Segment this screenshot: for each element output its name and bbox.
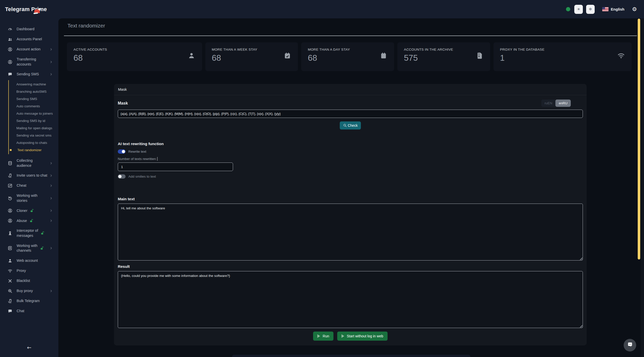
submenu-item-text-randomizer[interactable]: Text randomizer	[9, 146, 58, 154]
hand-phone-icon	[8, 173, 13, 178]
sidebar-item-label: Chat	[17, 309, 24, 314]
chevron-right-icon	[49, 48, 53, 51]
search-plus-icon	[8, 288, 13, 294]
submenu-item-auto-message-to-joiners[interactable]: Auto message to joiners	[9, 110, 58, 117]
sidebar-item-label: Cloner	[17, 208, 27, 213]
sidebar-item-blacklist[interactable]: Blacklist	[0, 276, 58, 286]
stat-value: 68	[73, 53, 196, 63]
hand-phone-icon	[8, 299, 13, 304]
stat-card: ACTIVE ACCOUNTS68	[67, 42, 202, 71]
wifi-icon	[617, 52, 625, 60]
sun-icon: ☀	[577, 7, 580, 12]
chevron-right-icon	[49, 219, 53, 222]
lock-open-icon	[29, 219, 34, 223]
result-textarea[interactable]: {Hello, could you provide me with some i…	[118, 271, 583, 328]
brand-logo[interactable]: Telegram Prime	[5, 0, 47, 18]
run-button[interactable]: Run	[313, 332, 333, 341]
main-text-textarea[interactable]: Hi, tell me about the software	[118, 204, 583, 261]
user-circle-icon	[8, 47, 13, 52]
settings-button[interactable]: ⚙	[632, 6, 637, 12]
user-circle-icon	[8, 59, 13, 64]
stat-value: 68	[308, 53, 388, 63]
scrollbar-thumb[interactable]	[638, 19, 640, 259]
rewrite-text-toggle[interactable]	[118, 149, 126, 154]
chat-support-button[interactable]	[624, 339, 636, 351]
submenu-item-autoposting-to-chats[interactable]: Autoposting to chats	[9, 139, 58, 146]
stat-value: 575	[404, 53, 484, 63]
sidebar-item-accounts-panel[interactable]: Accounts Panel	[0, 34, 58, 44]
archive-file-icon	[476, 52, 484, 60]
play-icon	[342, 334, 344, 338]
winter-theme-button[interactable]: ❄	[586, 5, 595, 14]
person-icon	[187, 52, 196, 60]
sidebar-item-transferring-accounts[interactable]: Transferring accounts	[0, 54, 58, 69]
sidebar-item-dashboard[interactable]: Dashboard	[0, 24, 58, 34]
sidebar-item-working-with-stories[interactable]: Working with stories	[0, 191, 58, 206]
sidebar-item-account-action[interactable]: Account action	[0, 44, 58, 54]
submenu-item-answering-machine[interactable]: Answering machine	[9, 81, 58, 88]
add-smilies-toggle[interactable]	[118, 174, 126, 179]
light-theme-button[interactable]: ☀	[574, 5, 583, 14]
page-title: Text randomizer	[67, 23, 105, 29]
sidebar-nav: DashboardAccounts PanelAccount actionTra…	[0, 24, 58, 316]
chevron-right-icon	[49, 246, 53, 250]
sidebar-item-abuse[interactable]: Abuse	[0, 216, 58, 226]
sidebar-item-invite-users-to-chat[interactable]: Invite users to chat	[0, 171, 58, 181]
sidebar-item-proxy[interactable]: Proxy	[0, 266, 58, 276]
sidebar-item-interceptor-of-messages[interactable]: Interceptor of messages	[0, 226, 58, 241]
mask-input[interactable]	[118, 110, 583, 118]
sidebar-item-label: Abuse	[17, 218, 27, 223]
sidebar-item-cheat[interactable]: Cheat	[0, 181, 58, 191]
stat-label: MORE THAN A DAY STAY	[308, 48, 388, 51]
chat-icon	[8, 309, 13, 314]
header-divider	[64, 36, 637, 36]
count-input[interactable]	[118, 163, 233, 171]
brand-name: Telegram Prime	[5, 6, 47, 13]
submenu-item-branching-autosms[interactable]: Branching autoSMS	[9, 88, 58, 95]
mask-lang-option-enRU[interactable]: enRU	[555, 100, 571, 107]
chevron-right-icon	[49, 60, 53, 64]
language-selector[interactable]: English	[602, 7, 624, 11]
chevron-right-icon	[49, 161, 53, 165]
mask-lang-option-ruEN[interactable]: ruEN	[541, 100, 556, 107]
sidebar-item-collecting-audience[interactable]: Collecting audience	[0, 156, 58, 171]
count-label: Number of texts rewritten:	[118, 157, 583, 161]
start-without-login-button[interactable]: Start without log in web	[337, 332, 388, 341]
chat-icon	[8, 72, 13, 77]
stat-label: ACTIVE ACCOUNTS	[73, 48, 196, 51]
language-label: English	[611, 7, 624, 11]
mask-label: Mask	[118, 101, 128, 106]
lock-open-icon	[40, 246, 44, 250]
scrollbar-track[interactable]	[641, 18, 644, 357]
santa-hat-icon	[34, 9, 40, 13]
sidebar-item-label: Cheat	[17, 183, 26, 188]
sidebar-item-label: Transferring accounts	[17, 57, 36, 67]
stats-row: ACTIVE ACCOUNTS68MORE THAN A WEEK STAY68…	[67, 42, 632, 71]
sidebar-item-sending-sms[interactable]: Sending SMS	[0, 69, 58, 79]
submenu-item-sending-sms[interactable]: Sending SMS	[9, 95, 58, 103]
sidebar-collapse-button[interactable]: ←	[0, 345, 58, 351]
sidebar-item-bulk-telegram[interactable]: Bulk Telegram	[0, 296, 58, 306]
gear-icon: ⚙	[632, 6, 637, 12]
sidebar: DashboardAccounts PanelAccount actionTra…	[0, 18, 58, 357]
submenu-item-sending-via-secret-sms[interactable]: Sending via secret sms	[9, 132, 58, 139]
add-smilies-label: Add smilies to text	[128, 175, 156, 178]
sidebar-item-chat[interactable]: Chat	[0, 306, 58, 316]
x-icon	[8, 278, 13, 283]
sidebar-item-cloner[interactable]: Cloner	[0, 206, 58, 216]
check-button[interactable]: Check	[340, 121, 361, 129]
main-text-label: Main text	[118, 197, 583, 201]
sidebar-item-web-account[interactable]: Web account	[0, 256, 58, 266]
content-area: Text randomizer ACTIVE ACCOUNTS68MORE TH…	[58, 18, 644, 357]
submenu-item-sending-sms-by-id[interactable]: Sending SMS by id	[9, 117, 58, 124]
text-caret	[157, 157, 158, 161]
sidebar-item-working-with-channels[interactable]: Working with channels	[0, 241, 58, 256]
submenu-item-auto-comments[interactable]: Auto comments	[9, 103, 58, 110]
submenu-item-mailing-for-open-dialogs[interactable]: Mailing for open dialogs	[9, 124, 58, 132]
sidebar-item-buy-proxy[interactable]: Buy proxy	[0, 286, 58, 296]
arrow-left-icon: ←	[27, 345, 31, 351]
history-icon	[8, 196, 13, 201]
snowflake-icon: ❄	[589, 7, 592, 12]
stat-label: PROXY IN THE DATABASE	[500, 48, 625, 51]
run-button-label: Run	[323, 334, 329, 338]
